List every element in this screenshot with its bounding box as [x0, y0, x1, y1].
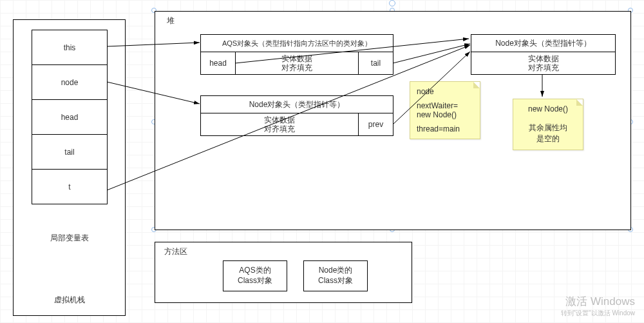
watermark-l2: 转到"设置"以激活 Window	[561, 309, 635, 318]
var-t: t	[32, 169, 108, 204]
local-var-table: this node head tail t	[32, 30, 108, 204]
class-aqs-l1: AQS类的	[239, 266, 270, 276]
var-head: head	[32, 99, 108, 135]
node1-body-l1: 实体数据	[528, 54, 559, 63]
node2-body-l1: 实体数据	[264, 115, 295, 124]
aqs-body: 实体数据 对齐填充	[235, 52, 359, 75]
node2-header: Node对象头（类型指针等）	[200, 95, 393, 113]
class-aqs: AQS类的 Class对象	[223, 260, 287, 291]
method-area-container: 方法区 AQS类的 Class对象 Node类的 Class对象	[155, 242, 412, 303]
class-node-l1: Node类的	[319, 266, 353, 276]
aqs-body-l1: 实体数据	[281, 54, 312, 63]
note-newnode-l2: 其余属性均	[520, 122, 576, 133]
node2-body: 实体数据 对齐填充	[200, 113, 359, 136]
node1-body: 实体数据 对齐填充	[471, 52, 616, 75]
node1-body-l2: 对齐填充	[528, 63, 559, 72]
node2-body-l2: 对齐填充	[264, 124, 295, 133]
var-tail: tail	[32, 134, 108, 170]
stack-label: 虚拟机栈	[14, 295, 125, 306]
rotate-handle	[389, 0, 395, 6]
windows-activation-watermark: 激活 Windows 转到"设置"以激活 Window	[561, 294, 635, 318]
note-node-l3: new Node()	[417, 110, 473, 119]
var-node: node	[32, 64, 108, 100]
note-node-l4: thread=main	[417, 124, 473, 133]
node1-object: Node对象头（类型指针等） 实体数据 对齐填充	[471, 34, 616, 75]
aqs-header: AQS对象头（类型指针指向方法区中的类对象）	[200, 34, 393, 52]
aqs-body-l2: 对齐填充	[281, 63, 312, 72]
class-node: Node类的 Class对象	[303, 260, 368, 291]
aqs-field-tail: tail	[358, 52, 393, 75]
note-newnode-l1: new Node()	[520, 104, 576, 113]
node2-object: Node对象头（类型指针等） 实体数据 对齐填充 prev	[200, 95, 393, 136]
stack-frame-container: this node head tail t 局部变量表 虚拟机栈	[13, 19, 126, 316]
method-area-title: 方法区	[164, 246, 187, 257]
aqs-object: AQS对象头（类型指针指向方法区中的类对象） head 实体数据 对齐填充 ta…	[200, 34, 393, 75]
node2-field-prev: prev	[358, 113, 393, 136]
class-aqs-l2: Class对象	[238, 276, 272, 286]
heap-container: 堆 AQS对象头（类型指针指向方法区中的类对象） head 实体数据 对齐填充 …	[155, 11, 631, 230]
class-node-l2: Class对象	[318, 276, 353, 286]
var-this: this	[32, 30, 108, 65]
node1-header: Node对象头（类型指针等）	[471, 34, 616, 52]
heap-title: 堆	[167, 15, 175, 26]
watermark-l1: 激活 Windows	[561, 294, 635, 309]
local-var-table-label: 局部变量表	[14, 233, 125, 244]
note-node-l2: nextWaiter=	[417, 101, 473, 110]
note-newnode-l3: 是空的	[520, 133, 576, 144]
note-node-l1: node	[417, 87, 473, 96]
note-newnode: new Node() 其余属性均 是空的	[513, 99, 583, 150]
note-node: node nextWaiter= new Node() thread=main	[410, 81, 480, 139]
aqs-field-head: head	[200, 52, 236, 75]
